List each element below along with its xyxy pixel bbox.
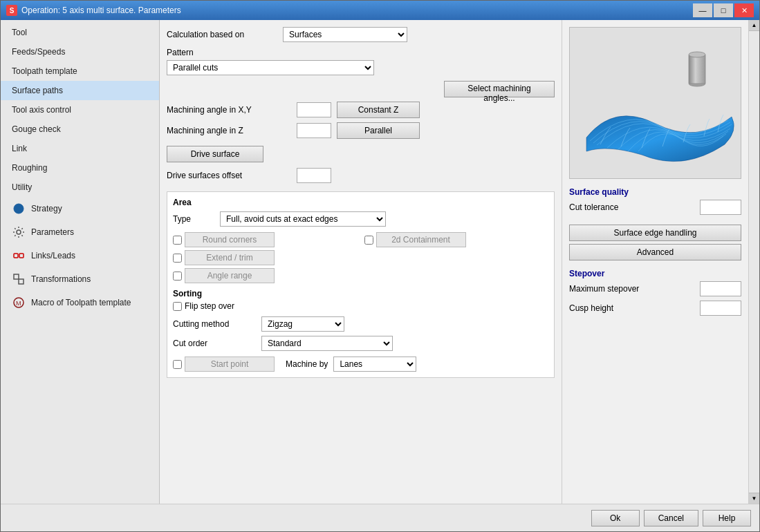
machine-by-select[interactable]: Lanes <box>333 357 416 372</box>
sidebar-item-label: Surface paths <box>12 86 63 95</box>
machining-angle-xy-input[interactable]: 0 <box>297 102 331 117</box>
content-area: Calculation based on Surfaces Pattern Pa… <box>160 20 562 504</box>
transform-icon <box>12 272 26 286</box>
strategy-icon <box>12 202 26 216</box>
sidebar-item-surface-paths[interactable]: Surface paths <box>1 81 159 100</box>
start-point-button: Start point <box>185 357 275 372</box>
sidebar-item-label: Feeds/Speeds <box>12 47 65 57</box>
sidebar-item-roughing[interactable]: Roughing <box>1 158 159 178</box>
minimize-button[interactable]: — <box>693 3 712 17</box>
calculation-select[interactable]: Surfaces <box>283 27 407 42</box>
sidebar-item-label: Toolpath template <box>12 66 77 76</box>
sidebar-item-label: Macro of Toolpath template <box>31 298 131 307</box>
close-button[interactable]: ✕ <box>734 3 754 17</box>
area-section-title: Area <box>173 198 548 207</box>
flip-step-over-label: Flip step over <box>185 301 234 311</box>
type-select[interactable]: Full, avoid cuts at exact edges <box>220 211 386 227</box>
sidebar-item-toolpath-template[interactable]: Toolpath template <box>1 61 159 81</box>
sidebar-item-gouge-check[interactable]: Gouge check <box>1 120 159 139</box>
sidebar-item-link[interactable]: Link <box>1 139 159 158</box>
maximize-button[interactable]: □ <box>714 3 733 17</box>
sorting-label: Sorting <box>173 289 548 298</box>
stepover-label: Stepover <box>569 269 741 278</box>
preview-area <box>569 27 741 179</box>
start-point-checkbox[interactable] <box>173 360 182 369</box>
machining-angle-z-input[interactable]: 90 <box>297 123 331 138</box>
machine-by-label: Machine by <box>286 359 328 369</box>
flip-step-over-checkbox[interactable] <box>173 302 182 311</box>
surface-quality-label: Surface quality <box>569 187 741 197</box>
cusp-height-input[interactable]: 0.01250 <box>700 301 741 316</box>
max-stepover-input[interactable]: 1 <box>700 281 741 296</box>
sidebar-item-transformations[interactable]: Transformations <box>1 267 159 291</box>
cusp-height-label: Cusp height <box>569 303 694 313</box>
max-stepover-label: Maximum stepover <box>569 284 694 294</box>
svg-point-10 <box>689 52 705 57</box>
cut-order-label: Cut order <box>173 339 256 348</box>
drive-surfaces-offset-input[interactable]: 0 <box>297 168 331 183</box>
svg-rect-4 <box>14 274 19 279</box>
links-icon <box>12 249 26 263</box>
parallel-button[interactable]: Parallel <box>337 122 420 139</box>
sidebar-item-links-leads[interactable]: Links/Leads <box>1 244 159 267</box>
pattern-label: Pattern <box>167 48 194 57</box>
type-label: Type <box>173 214 214 224</box>
cut-tolerance-label: Cut tolerance <box>569 202 694 212</box>
round-corners-checkbox[interactable] <box>173 236 182 245</box>
round-corners-button: Round corners <box>185 232 275 247</box>
sidebar-item-tool[interactable]: Tool <box>1 23 159 42</box>
sidebar-item-label: Tool axis control <box>12 105 71 115</box>
containment-2d-button: 2d Containment <box>376 232 466 247</box>
sidebar-item-label: Utility <box>12 182 32 192</box>
sidebar-item-strategy[interactable]: Strategy <box>1 197 159 220</box>
cancel-button[interactable]: Cancel <box>644 510 698 526</box>
right-panel: Surface quality Cut tolerance 0.01 Surfa… <box>562 20 748 504</box>
svg-rect-2 <box>14 254 18 258</box>
cut-order-select[interactable]: Standard <box>261 336 393 351</box>
svg-point-0 <box>14 204 24 213</box>
constant-z-button[interactable]: Constant Z <box>337 102 420 118</box>
bottom-bar: Ok Cancel Help <box>1 504 759 531</box>
sidebar-item-utility[interactable]: Utility <box>1 178 159 197</box>
sidebar-item-label: Gouge check <box>12 124 61 134</box>
pattern-select[interactable]: Parallel cuts <box>167 60 374 75</box>
sidebar-item-label: Strategy <box>31 204 62 213</box>
sidebar-item-label: Roughing <box>12 163 47 173</box>
sidebar: Tool Feeds/Speeds Toolpath template Surf… <box>1 20 160 504</box>
drive-surface-button[interactable]: Drive surface <box>167 146 263 162</box>
sidebar-item-label: Parameters <box>31 227 74 237</box>
gear-icon <box>12 225 26 239</box>
macro-icon: M <box>12 296 26 310</box>
svg-rect-5 <box>19 279 24 284</box>
sidebar-item-label: Links/Leads <box>31 251 75 260</box>
advanced-button[interactable]: Advanced <box>569 244 741 260</box>
surface-edge-handling-button[interactable]: Surface edge handling <box>569 225 741 241</box>
sidebar-item-feeds-speeds[interactable]: Feeds/Speeds <box>1 42 159 61</box>
svg-point-1 <box>17 230 21 234</box>
cutting-method-select[interactable]: Zigzag <box>261 316 344 332</box>
calculation-label: Calculation based on <box>167 30 277 39</box>
scrollbar[interactable]: ▲ ▼ <box>748 20 759 504</box>
ok-button[interactable]: Ok <box>591 510 640 526</box>
containment-2d-checkbox[interactable] <box>364 236 373 245</box>
select-machining-angles-button[interactable]: Select machining angles... <box>444 81 555 97</box>
sidebar-item-parameters[interactable]: Parameters <box>1 220 159 244</box>
sidebar-item-label: Link <box>12 144 27 153</box>
app-icon: S <box>6 5 17 16</box>
title-bar: S Operation: 5 axis multi surface. Param… <box>1 1 759 20</box>
angle-range-checkbox[interactable] <box>173 272 182 281</box>
extend-trim-button: Extend / trim <box>185 250 275 265</box>
sidebar-item-tool-axis-control[interactable]: Tool axis control <box>1 100 159 120</box>
sidebar-item-macro[interactable]: M Macro of Toolpath template <box>1 291 159 314</box>
cut-tolerance-input[interactable]: 0.01 <box>700 200 741 215</box>
drive-surfaces-offset-label: Drive surfaces offset <box>167 171 291 180</box>
sidebar-item-label: Tool <box>12 28 27 37</box>
machining-angle-z-label: Machining angle in Z <box>167 126 291 135</box>
machining-angle-xy-label: Machining angle in X,Y <box>167 105 291 115</box>
help-button[interactable]: Help <box>703 510 751 526</box>
svg-rect-9 <box>689 55 705 84</box>
svg-rect-3 <box>19 254 24 258</box>
extend-trim-checkbox[interactable] <box>173 254 182 263</box>
cutting-method-label: Cutting method <box>173 319 256 329</box>
surface-preview <box>573 34 739 172</box>
